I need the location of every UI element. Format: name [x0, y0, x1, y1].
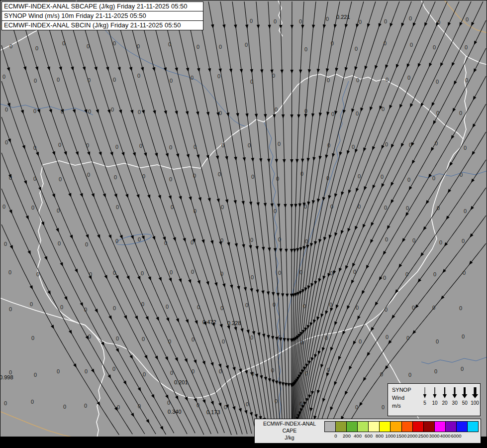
cape-tick-label: 800: [376, 433, 384, 439]
wind-speed-arrow-column: 20: [441, 387, 449, 416]
cape-color-cell: [424, 422, 435, 432]
cape-tick-label: 0: [334, 433, 337, 439]
cape-color-cell: [325, 422, 336, 432]
wind-speed-label: 30: [452, 400, 458, 406]
wind-arrow-icon: [421, 387, 429, 399]
wind-legend: SYNOP Wind m/s 510203050100: [388, 383, 481, 416]
wind-legend-subtitle: Wind: [392, 394, 420, 402]
cape-color-cell: [413, 422, 424, 432]
weather-map: 0000000000000000000000000000000000000000…: [0, 0, 487, 448]
cape-tick-label: 1500: [396, 433, 406, 439]
cape-tick-label: 200: [343, 433, 351, 439]
cape-legend-labels: ECMWF-INDEX-ANAL CAPE J/kg: [255, 419, 324, 443]
cape-tick-label: 3000: [429, 433, 439, 439]
wind-speed-arrow-column: 100: [471, 387, 479, 416]
cape-color-cell: [380, 422, 390, 432]
cape-color-cell: [358, 422, 369, 432]
title-box: ECMWF-INDEX-ANAL SBCAPE (J/kg) Friday 21…: [1, 1, 203, 30]
cape-colorbar-cells: [324, 421, 479, 432]
wind-speed-arrow-column: 50: [461, 387, 469, 416]
wind-legend-labels: SYNOP Wind m/s: [388, 384, 420, 416]
cape-tick-label: 600: [365, 433, 373, 439]
title-line-sbcin: ECMWF-INDEX-ANAL SBCIN (J/kg) Friday 21-…: [1, 20, 203, 30]
cape-color-cell: [457, 422, 468, 432]
cape-legend: ECMWF-INDEX-ANAL CAPE J/kg 0200400600800…: [254, 419, 481, 444]
wind-speed-label: 100: [471, 400, 479, 406]
cape-tick-label: 4000: [440, 433, 450, 439]
cape-tick-label: 2500: [418, 433, 428, 439]
cape-tick-label: 6000: [451, 433, 461, 439]
title-line-wind: SYNOP Wind (m/s) 10m Friday 21-11-2025 0…: [1, 11, 203, 21]
cape-color-cell: [336, 422, 347, 432]
wind-legend-arrows: 510203050100: [420, 384, 480, 416]
cape-color-cell: [402, 422, 413, 432]
map-canvas: [0, 0, 487, 448]
cape-color-cell: [347, 422, 358, 432]
cape-legend-title: ECMWF-INDEX-ANAL: [255, 420, 324, 427]
cape-colorbar: 0200400600800100015002000250030004000600…: [324, 419, 481, 443]
wind-speed-arrow-column: 30: [451, 387, 459, 416]
cape-color-cell: [446, 422, 457, 432]
wind-speed-label: 50: [462, 400, 468, 406]
cape-tick-label: 1000: [385, 433, 395, 439]
cape-colorbar-ticks: 0200400600800100015002000250030004000600…: [324, 432, 479, 439]
cape-color-cell: [390, 422, 401, 432]
wind-legend-units: m/s: [392, 402, 420, 410]
wind-speed-label: 10: [432, 400, 438, 406]
cape-color-cell: [435, 422, 446, 432]
cape-color-cell: [468, 422, 478, 432]
cape-tick-label: 400: [354, 433, 362, 439]
wind-speed-arrow-column: 10: [431, 387, 439, 416]
title-line-sbcape: ECMWF-INDEX-ANAL SBCAPE (J/kg) Friday 21…: [1, 1, 203, 11]
cape-legend-subtitle: CAPE: [255, 427, 324, 434]
cape-color-cell: [369, 422, 380, 432]
wind-speed-arrow-column: 5: [421, 387, 429, 416]
wind-arrow-icon: [441, 387, 449, 399]
wind-arrow-icon: [461, 387, 469, 399]
wind-arrow-icon: [451, 387, 459, 399]
cape-legend-units: J/kg: [255, 434, 324, 441]
wind-speed-label: 5: [423, 400, 426, 406]
wind-arrow-icon: [471, 387, 479, 399]
cape-tick-label: 2000: [407, 433, 417, 439]
wind-arrow-icon: [431, 387, 439, 399]
wind-speed-label: 20: [442, 400, 448, 406]
wind-legend-title: SYNOP: [392, 386, 420, 394]
